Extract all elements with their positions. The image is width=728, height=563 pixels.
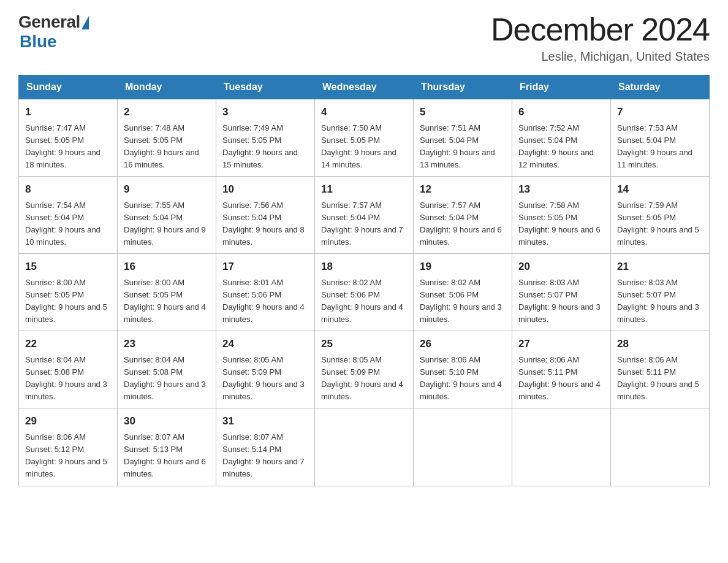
calendar-cell: 26 Sunrise: 8:06 AMSunset: 5:10 PMDaylig… — [414, 331, 512, 408]
day-number: 28 — [617, 336, 703, 352]
calendar-cell: 28 Sunrise: 8:06 AMSunset: 5:11 PMDaylig… — [611, 331, 710, 408]
sun-info: Sunrise: 8:01 AMSunset: 5:06 PMDaylight:… — [222, 278, 305, 324]
sun-info: Sunrise: 8:02 AMSunset: 5:06 PMDaylight:… — [420, 278, 502, 324]
sun-info: Sunrise: 7:54 AMSunset: 5:04 PMDaylight:… — [25, 201, 100, 247]
calendar-cell: 9 Sunrise: 7:55 AMSunset: 5:04 PMDayligh… — [118, 177, 216, 254]
calendar-cell: 5 Sunrise: 7:51 AMSunset: 5:04 PMDayligh… — [414, 99, 512, 177]
day-number: 17 — [222, 259, 308, 275]
sun-info: Sunrise: 7:58 AMSunset: 5:05 PMDaylight:… — [518, 201, 601, 247]
calendar-header-row: SundayMondayTuesdayWednesdayThursdayFrid… — [19, 75, 710, 99]
day-number: 5 — [420, 104, 506, 120]
sun-info: Sunrise: 7:59 AMSunset: 5:05 PMDaylight:… — [617, 201, 699, 247]
day-number: 13 — [518, 182, 604, 197]
sun-info: Sunrise: 8:04 AMSunset: 5:08 PMDaylight:… — [25, 355, 107, 401]
calendar-cell: 12 Sunrise: 7:57 AMSunset: 5:04 PMDaylig… — [414, 177, 512, 254]
sun-info: Sunrise: 8:06 AMSunset: 5:11 PMDaylight:… — [518, 355, 601, 401]
calendar-cell: 22 Sunrise: 8:04 AMSunset: 5:08 PMDaylig… — [19, 331, 118, 408]
day-number: 12 — [420, 182, 506, 197]
logo-triangle-icon — [82, 16, 89, 29]
calendar-cell: 15 Sunrise: 8:00 AMSunset: 5:05 PMDaylig… — [19, 254, 118, 331]
day-number: 8 — [25, 182, 111, 197]
sun-info: Sunrise: 8:02 AMSunset: 5:06 PMDaylight:… — [321, 278, 403, 324]
calendar-cell: 1 Sunrise: 7:47 AMSunset: 5:05 PMDayligh… — [19, 99, 118, 177]
sun-info: Sunrise: 8:06 AMSunset: 5:11 PMDaylight:… — [617, 355, 699, 401]
calendar-cell: 16 Sunrise: 8:00 AMSunset: 5:05 PMDaylig… — [118, 254, 216, 331]
calendar-cell: 4 Sunrise: 7:50 AMSunset: 5:05 PMDayligh… — [315, 99, 414, 177]
sun-info: Sunrise: 7:55 AMSunset: 5:04 PMDaylight:… — [124, 201, 206, 247]
sun-info: Sunrise: 7:57 AMSunset: 5:04 PMDaylight:… — [321, 201, 403, 247]
calendar-cell: 27 Sunrise: 8:06 AMSunset: 5:11 PMDaylig… — [512, 331, 611, 408]
calendar-week-row: 8 Sunrise: 7:54 AMSunset: 5:04 PMDayligh… — [19, 177, 710, 254]
column-header-tuesday: Tuesday — [216, 75, 315, 99]
day-number: 22 — [25, 336, 111, 352]
sun-info: Sunrise: 7:53 AMSunset: 5:04 PMDaylight:… — [617, 123, 692, 169]
calendar-cell: 2 Sunrise: 7:48 AMSunset: 5:05 PMDayligh… — [118, 99, 216, 177]
calendar-cell: 25 Sunrise: 8:05 AMSunset: 5:09 PMDaylig… — [315, 331, 414, 408]
column-header-saturday: Saturday — [611, 75, 710, 99]
calendar-week-row: 29 Sunrise: 8:06 AMSunset: 5:12 PMDaylig… — [19, 408, 710, 486]
sun-info: Sunrise: 8:07 AMSunset: 5:14 PMDaylight:… — [222, 432, 305, 478]
sun-info: Sunrise: 7:56 AMSunset: 5:04 PMDaylight:… — [222, 201, 305, 247]
sun-info: Sunrise: 7:47 AMSunset: 5:05 PMDaylight:… — [25, 123, 100, 169]
day-number: 29 — [25, 413, 111, 429]
title-block: December 2024 Leslie, Michigan, United S… — [491, 12, 710, 64]
logo-general-text: General — [18, 12, 80, 32]
calendar-cell: 14 Sunrise: 7:59 AMSunset: 5:05 PMDaylig… — [611, 177, 710, 254]
sun-info: Sunrise: 8:00 AMSunset: 5:05 PMDaylight:… — [25, 278, 107, 324]
day-number: 20 — [518, 259, 604, 275]
sun-info: Sunrise: 7:57 AMSunset: 5:04 PMDaylight:… — [420, 201, 502, 247]
calendar-cell: 29 Sunrise: 8:06 AMSunset: 5:12 PMDaylig… — [19, 408, 118, 486]
calendar-table: SundayMondayTuesdayWednesdayThursdayFrid… — [18, 75, 710, 486]
calendar-week-row: 1 Sunrise: 7:47 AMSunset: 5:05 PMDayligh… — [19, 99, 710, 177]
column-header-monday: Monday — [118, 75, 216, 99]
calendar-week-row: 22 Sunrise: 8:04 AMSunset: 5:08 PMDaylig… — [19, 331, 710, 408]
day-number: 1 — [25, 104, 111, 120]
day-number: 26 — [420, 336, 506, 352]
calendar-cell: 8 Sunrise: 7:54 AMSunset: 5:04 PMDayligh… — [19, 177, 118, 254]
day-number: 2 — [124, 104, 210, 120]
column-header-sunday: Sunday — [19, 75, 118, 99]
column-header-wednesday: Wednesday — [315, 75, 414, 99]
calendar-cell: 13 Sunrise: 7:58 AMSunset: 5:05 PMDaylig… — [512, 177, 611, 254]
day-number: 23 — [124, 336, 210, 352]
calendar-cell: 18 Sunrise: 8:02 AMSunset: 5:06 PMDaylig… — [315, 254, 414, 331]
day-number: 3 — [222, 104, 308, 120]
day-number: 9 — [124, 182, 210, 197]
calendar-cell — [315, 408, 414, 486]
day-number: 14 — [617, 182, 703, 197]
sun-info: Sunrise: 8:07 AMSunset: 5:13 PMDaylight:… — [124, 432, 206, 478]
logo-blue-text: Blue — [20, 32, 57, 52]
calendar-cell: 21 Sunrise: 8:03 AMSunset: 5:07 PMDaylig… — [611, 254, 710, 331]
calendar-cell: 30 Sunrise: 8:07 AMSunset: 5:13 PMDaylig… — [118, 408, 216, 486]
sun-info: Sunrise: 8:00 AMSunset: 5:05 PMDaylight:… — [124, 278, 206, 324]
sun-info: Sunrise: 7:50 AMSunset: 5:05 PMDaylight:… — [321, 123, 396, 169]
calendar-cell: 20 Sunrise: 8:03 AMSunset: 5:07 PMDaylig… — [512, 254, 611, 331]
sun-info: Sunrise: 8:05 AMSunset: 5:09 PMDaylight:… — [222, 355, 305, 401]
calendar-cell: 6 Sunrise: 7:52 AMSunset: 5:04 PMDayligh… — [512, 99, 611, 177]
day-number: 7 — [617, 104, 703, 120]
day-number: 27 — [518, 336, 604, 352]
page-header: General Blue December 2024 Leslie, Michi… — [18, 12, 710, 64]
sun-info: Sunrise: 7:48 AMSunset: 5:05 PMDaylight:… — [124, 123, 199, 169]
calendar-cell: 7 Sunrise: 7:53 AMSunset: 5:04 PMDayligh… — [611, 99, 710, 177]
calendar-cell: 23 Sunrise: 8:04 AMSunset: 5:08 PMDaylig… — [118, 331, 216, 408]
sun-info: Sunrise: 8:03 AMSunset: 5:07 PMDaylight:… — [518, 278, 601, 324]
calendar-cell: 3 Sunrise: 7:49 AMSunset: 5:05 PMDayligh… — [216, 99, 315, 177]
day-number: 25 — [321, 336, 407, 352]
day-number: 24 — [222, 336, 308, 352]
location-subtitle: Leslie, Michigan, United States — [491, 50, 710, 64]
day-number: 19 — [420, 259, 506, 275]
logo: General Blue — [18, 12, 89, 52]
calendar-cell — [414, 408, 512, 486]
day-number: 4 — [321, 104, 407, 120]
sun-info: Sunrise: 7:52 AMSunset: 5:04 PMDaylight:… — [518, 123, 594, 169]
calendar-cell: 17 Sunrise: 8:01 AMSunset: 5:06 PMDaylig… — [216, 254, 315, 331]
calendar-cell: 24 Sunrise: 8:05 AMSunset: 5:09 PMDaylig… — [216, 331, 315, 408]
calendar-cell: 31 Sunrise: 8:07 AMSunset: 5:14 PMDaylig… — [216, 408, 315, 486]
calendar-cell — [611, 408, 710, 486]
day-number: 30 — [124, 413, 210, 429]
day-number: 31 — [222, 413, 308, 429]
day-number: 16 — [124, 259, 210, 275]
calendar-cell: 11 Sunrise: 7:57 AMSunset: 5:04 PMDaylig… — [315, 177, 414, 254]
sun-info: Sunrise: 8:05 AMSunset: 5:09 PMDaylight:… — [321, 355, 403, 401]
